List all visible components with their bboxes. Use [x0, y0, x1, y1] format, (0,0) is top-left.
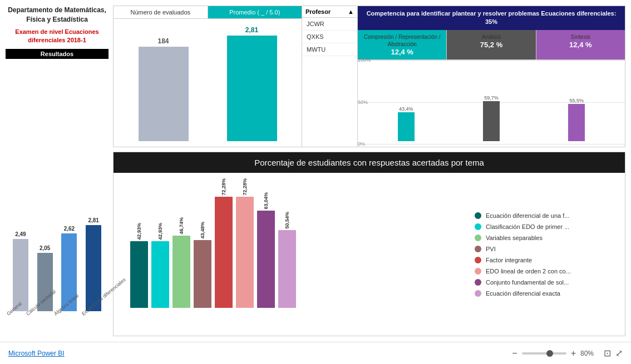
- power-bi-link[interactable]: Microsoft Power BI: [8, 350, 65, 357]
- main-container: Departamento de Matemáticas, Física y Es…: [0, 0, 631, 342]
- teacher-row[interactable]: JCWR: [302, 18, 357, 31]
- zoom-slider[interactable]: [522, 352, 566, 355]
- comp-stats-row: Compresión / Representación / Abstracció…: [358, 30, 625, 60]
- bottom-bar: [172, 236, 190, 308]
- fullscreen-icon[interactable]: ⤢: [615, 348, 623, 358]
- bottom-bar-item: 72,28%: [215, 178, 233, 308]
- legend-dot: [475, 235, 481, 241]
- dept-title: Departamento de Matemáticas, Física y Es…: [6, 6, 109, 24]
- left-bar-value: 2,81: [88, 217, 98, 223]
- fit-icon[interactable]: ⊡: [604, 348, 611, 358]
- bottom-bar: [257, 211, 275, 308]
- bottom-bar: [236, 197, 254, 308]
- legend-label: Variables separables: [486, 235, 543, 241]
- teacher-header: Profesor ▲: [302, 6, 357, 18]
- footer: Microsoft Power BI − + 80% ⊡ ⤢: [0, 342, 631, 364]
- legend-item: PVI: [475, 246, 619, 252]
- bottom-bar-item: 50,54%: [278, 212, 296, 308]
- left-bar-value: 2,49: [15, 231, 26, 237]
- left-bars-inner: 2,49 2,05 2,62 2,81: [8, 69, 106, 311]
- comp-stat: Síntesis 12,4 %: [536, 30, 625, 59]
- bottom-bar: [194, 240, 211, 308]
- comp-bar-pct: 55,5%: [570, 98, 584, 103]
- top-bar-value: 2,81: [245, 26, 258, 34]
- teacher-rows: JCWRQXKSMWTU: [302, 18, 357, 56]
- left-bar-chart: 2,49 2,05 2,62 2,81 GeneralCálculo vecto…: [6, 63, 109, 336]
- top-bar-chart: Número de evaluados Promedio ( _ / 5.0) …: [113, 6, 302, 147]
- bottom-bar-item: 43,48%: [194, 222, 211, 308]
- top-bar-rect: [227, 36, 277, 141]
- left-bar-item: 2,49: [12, 231, 29, 311]
- bottom-bar-item: 42,93%: [130, 223, 148, 308]
- bottom-bar: [215, 197, 233, 308]
- top-bar-header-avg: Promedio ( _ / 5.0): [208, 6, 302, 18]
- comp-stat-label: Compresión / Representación / Abstracció…: [360, 33, 444, 48]
- zoom-plus[interactable]: +: [571, 348, 576, 358]
- bottom-bar-pct: 50,54%: [284, 212, 290, 229]
- bottom-bar-pct: 72,28%: [221, 178, 226, 196]
- comp-stat: Compresión / Representación / Abstracció…: [358, 30, 447, 59]
- bottom-bar-item: 42,93%: [151, 223, 169, 308]
- comp-bar-pct: 43,4%: [399, 106, 413, 112]
- legend-item: Conjunto fundamental de sol...: [475, 279, 619, 286]
- bottom-bar-item: 46,74%: [172, 217, 190, 308]
- legend-label: Ecuación diferencial de una f...: [486, 212, 569, 219]
- legend-item: Variables separables: [475, 235, 619, 241]
- results-label: Resultados: [6, 49, 109, 59]
- left-panel: Departamento de Matemáticas, Física y Es…: [6, 6, 109, 336]
- bottom-bar: [278, 230, 296, 308]
- top-bar-body: 184 2,81: [114, 19, 302, 147]
- bottom-bar-item: 63,04%: [257, 192, 275, 308]
- comp-stat-value: 12,4 %: [539, 41, 623, 49]
- zoom-controls: − + 80% ⊡ ⤢: [512, 348, 623, 358]
- legend-item: Ecuación diferencial de una f...: [475, 212, 619, 219]
- top-bar-header: Número de evaluados Promedio ( _ / 5.0): [114, 6, 302, 19]
- legend-dot: [475, 246, 481, 252]
- comp-header: Competencia para identificar plantear y …: [358, 6, 625, 30]
- legend-dot: [475, 268, 481, 275]
- bottom-bar-pct: 42,93%: [136, 223, 142, 240]
- teacher-row[interactable]: MWTU: [302, 43, 357, 56]
- bottom-legend: Ecuación diferencial de una f... Clasifi…: [469, 173, 625, 336]
- top-section: Número de evaluados Promedio ( _ / 5.0) …: [113, 6, 625, 147]
- comp-chart-inner: 43,4% 59,7% 55,5%: [363, 63, 619, 144]
- legend-item: Clasificación EDO de primer ...: [475, 223, 619, 230]
- teacher-label: Profesor: [305, 8, 331, 15]
- zoom-minus[interactable]: −: [512, 348, 517, 358]
- exam-title: Examen de nivel Ecuaciones diferenciales…: [6, 28, 109, 45]
- top-bar-value: 184: [157, 37, 169, 45]
- bottom-bar-item: 72,28%: [236, 178, 254, 308]
- right-container: Número de evaluados Promedio ( _ / 5.0) …: [113, 6, 625, 336]
- bottom-bar-pct: 42,93%: [157, 223, 163, 240]
- teacher-panel: Profesor ▲ JCWRQXKSMWTU: [302, 6, 358, 147]
- comp-stat-value: 75,2 %: [449, 41, 533, 49]
- legend-item: Factor integrante: [475, 257, 619, 263]
- sort-icon[interactable]: ▲: [348, 8, 354, 15]
- legend-dot: [475, 212, 481, 219]
- bottom-bar-pct: 72,28%: [242, 178, 248, 196]
- top-bar-item: 184: [139, 24, 189, 141]
- bottom-bar-chart: 42,93% 42,93% 46,74% 43,48% 72,28% 72,28…: [114, 173, 469, 336]
- comp-stat-value: 12,4 %: [360, 48, 444, 56]
- left-bar-value: 2,62: [64, 226, 75, 232]
- bottom-bar-pct: 46,74%: [179, 217, 184, 235]
- legend-label: EDO lineal de orden 2 con co...: [486, 268, 571, 275]
- comp-gridline: 100%: [358, 60, 625, 61]
- gridline-label: 100%: [358, 57, 371, 63]
- top-bar-rect: [139, 47, 189, 141]
- comp-bar: [398, 112, 415, 141]
- comp-gridline: 0%: [358, 144, 625, 144]
- legend-dot: [475, 257, 481, 263]
- comp-bar-group: 59,7%: [483, 95, 500, 141]
- bottom-section: Porcentaje de estudiantes con respuestas…: [113, 152, 625, 336]
- legend-dot: [475, 290, 481, 297]
- bottom-bar-pct: 63,04%: [263, 192, 269, 210]
- teacher-row[interactable]: QXKS: [302, 31, 357, 43]
- bottom-bar-pct: 43,48%: [200, 222, 205, 239]
- zoom-value: 80%: [580, 350, 594, 357]
- legend-dot: [475, 279, 481, 286]
- left-bar-value: 2,05: [40, 245, 50, 251]
- comp-bar-group: 55,5%: [568, 98, 585, 141]
- bottom-content: 42,93% 42,93% 46,74% 43,48% 72,28% 72,28…: [114, 173, 625, 336]
- legend-label: PVI: [486, 246, 496, 252]
